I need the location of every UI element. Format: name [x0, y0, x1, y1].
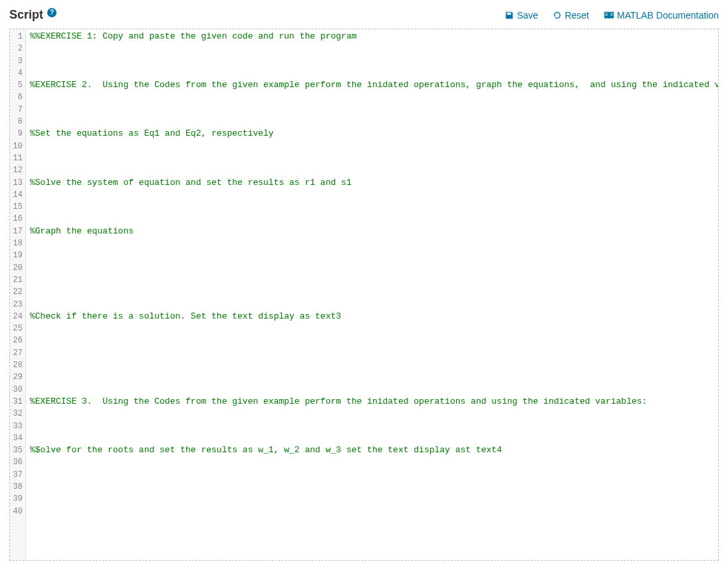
- line-number: 30: [11, 384, 23, 396]
- code-line[interactable]: [30, 323, 714, 335]
- docs-label: MATLAB Documentation: [617, 10, 719, 21]
- line-number: 6: [11, 91, 23, 103]
- code-line[interactable]: [30, 493, 714, 505]
- code-line[interactable]: [30, 505, 714, 517]
- code-line[interactable]: [30, 140, 714, 152]
- code-line[interactable]: [30, 67, 714, 79]
- reset-icon: [552, 11, 562, 20]
- line-number: 32: [11, 408, 23, 420]
- line-number: 7: [11, 104, 23, 116]
- code-line[interactable]: [30, 249, 714, 261]
- code-line[interactable]: [30, 274, 714, 286]
- reset-label: Reset: [564, 10, 589, 21]
- code-line[interactable]: %Check if there is a solution. Set the t…: [30, 311, 714, 323]
- line-number-gutter: 1234567891011121314151617181920212223242…: [10, 29, 26, 560]
- code-line[interactable]: %EXERCISE 2. Using the Codes from the gi…: [30, 79, 714, 91]
- line-number: 37: [11, 469, 23, 481]
- line-number: 24: [11, 311, 23, 323]
- help-icon[interactable]: ?: [47, 8, 57, 17]
- line-number: 9: [11, 128, 23, 140]
- toolbar: Script ? Save Reset MATLAB Documentation: [9, 5, 719, 29]
- line-number: 8: [11, 116, 23, 128]
- code-line[interactable]: [30, 164, 714, 176]
- line-number: 11: [11, 152, 23, 164]
- line-number: 1: [11, 31, 23, 43]
- code-line[interactable]: [30, 481, 714, 493]
- code-line[interactable]: [30, 91, 714, 103]
- line-number: 13: [11, 177, 23, 189]
- code-editor[interactable]: 1234567891011121314151617181920212223242…: [9, 29, 719, 561]
- line-number: 21: [11, 274, 23, 286]
- line-number: 20: [11, 262, 23, 274]
- line-number: 17: [11, 225, 23, 237]
- comment-text: %EXERCISE 2. Using the Codes from the gi…: [30, 80, 718, 90]
- line-number: 16: [11, 213, 23, 225]
- code-line[interactable]: [30, 262, 714, 274]
- line-number: 10: [11, 140, 23, 152]
- line-number: 14: [11, 189, 23, 201]
- line-number: 25: [11, 323, 23, 335]
- code-line[interactable]: [30, 469, 714, 481]
- code-line[interactable]: [30, 189, 714, 201]
- line-number: 36: [11, 456, 23, 468]
- page-title: Script: [9, 8, 43, 22]
- code-line[interactable]: [30, 55, 714, 67]
- line-number: 34: [11, 432, 23, 444]
- code-line[interactable]: [30, 299, 714, 311]
- save-icon: [505, 11, 514, 20]
- code-line[interactable]: [30, 456, 714, 468]
- line-number: 26: [11, 335, 23, 347]
- line-number: 18: [11, 237, 23, 249]
- line-number: 23: [11, 299, 23, 311]
- line-number: 35: [11, 444, 23, 456]
- toolbar-right: Save Reset MATLAB Documentation: [505, 10, 719, 21]
- line-number: 40: [11, 505, 23, 517]
- code-line[interactable]: [30, 384, 714, 396]
- code-line[interactable]: [30, 347, 714, 359]
- line-number: 4: [11, 67, 23, 79]
- code-line[interactable]: %Graph the equations: [30, 225, 714, 237]
- save-label: Save: [517, 10, 538, 21]
- save-button[interactable]: Save: [505, 10, 538, 21]
- docs-button[interactable]: MATLAB Documentation: [604, 10, 719, 21]
- code-line[interactable]: [30, 237, 714, 249]
- code-line[interactable]: %Set the equations as Eq1 and Eq2, respe…: [30, 128, 714, 140]
- code-line[interactable]: [30, 43, 714, 55]
- code-line[interactable]: %EXERCISE 3. Using the Codes from the gi…: [30, 396, 714, 408]
- line-number: 19: [11, 249, 23, 261]
- line-number: 31: [11, 396, 23, 408]
- line-number: 5: [11, 79, 23, 91]
- comment-text: %%EXERCISE 1: Copy and paste the given c…: [30, 31, 356, 41]
- code-line[interactable]: [30, 116, 714, 128]
- code-line[interactable]: [30, 201, 714, 213]
- code-line[interactable]: [30, 359, 714, 371]
- code-line[interactable]: %%EXERCISE 1: Copy and paste the given c…: [30, 31, 714, 43]
- comment-text: %$olve for the roots and set the results…: [30, 445, 502, 455]
- reset-button[interactable]: Reset: [552, 10, 589, 21]
- code-line[interactable]: [30, 408, 714, 420]
- line-number: 28: [11, 359, 23, 371]
- code-line[interactable]: %$olve for the roots and set the results…: [30, 444, 714, 456]
- comment-text: %Check if there is a solution. Set the t…: [30, 311, 341, 321]
- comment-text: %Graph the equations: [30, 226, 134, 236]
- code-line[interactable]: [30, 213, 714, 225]
- code-line[interactable]: [30, 104, 714, 116]
- code-area[interactable]: %%EXERCISE 1: Copy and paste the given c…: [26, 29, 718, 560]
- line-number: 12: [11, 164, 23, 176]
- code-line[interactable]: [30, 432, 714, 444]
- line-number: 2: [11, 43, 23, 55]
- line-number: 33: [11, 420, 23, 432]
- toolbar-left: Script ?: [9, 8, 57, 22]
- code-line[interactable]: [30, 335, 714, 347]
- line-number: 22: [11, 286, 23, 298]
- line-number: 29: [11, 371, 23, 383]
- comment-text: %EXERCISE 3. Using the Codes from the gi…: [30, 396, 647, 406]
- code-line[interactable]: [30, 152, 714, 164]
- code-line[interactable]: [30, 286, 714, 298]
- code-line[interactable]: %Solve the system of equation and set th…: [30, 177, 714, 189]
- line-number: 3: [11, 55, 23, 67]
- line-number: 39: [11, 493, 23, 505]
- line-number: 38: [11, 481, 23, 493]
- code-line[interactable]: [30, 371, 714, 383]
- code-line[interactable]: [30, 420, 714, 432]
